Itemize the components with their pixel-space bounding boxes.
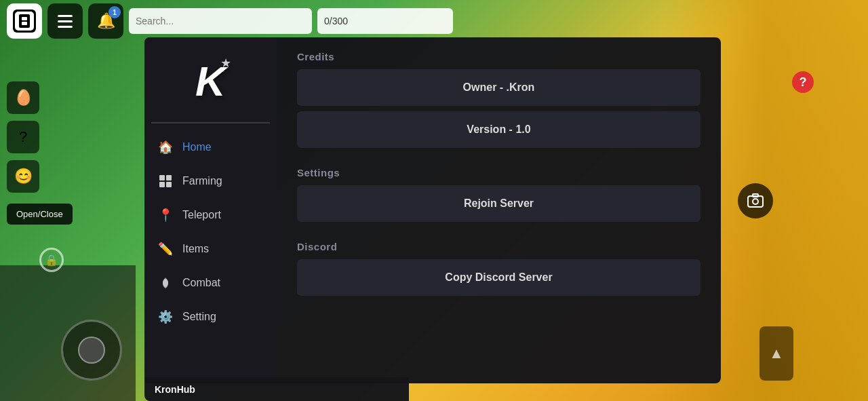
sidebar-label-combat: Combat xyxy=(182,277,220,289)
version-button[interactable]: Version - 1.0 xyxy=(297,111,701,148)
credits-title: Credits xyxy=(297,51,701,62)
svg-rect-8 xyxy=(166,175,172,180)
roblox-logo-icon xyxy=(13,9,36,33)
sidebar-label-farming: Farming xyxy=(182,175,222,187)
joystick[interactable] xyxy=(61,320,122,381)
svg-rect-7 xyxy=(159,175,165,180)
notification-badge: 1 xyxy=(108,6,121,18)
top-bar: 🔔 1 0/300 xyxy=(0,0,868,42)
title-bar: 0/300 xyxy=(317,8,453,34)
discord-title: Discord xyxy=(297,241,701,252)
logo-area: ★ K xyxy=(144,47,277,122)
sidebar-label-items: Items xyxy=(182,243,209,255)
owner-button[interactable]: Owner - .Kron xyxy=(297,69,701,106)
sidebar-divider xyxy=(151,122,270,123)
sidebar-label-teleport: Teleport xyxy=(182,209,221,221)
home-icon: 🏠 xyxy=(158,140,173,155)
copy-discord-button[interactable]: Copy Discord Server xyxy=(297,259,701,296)
lock-icon[interactable]: 🔒 xyxy=(39,248,64,272)
combat-icon xyxy=(158,275,173,290)
joystick-outer xyxy=(61,320,122,381)
sidebar-item-home[interactable]: 🏠 Home xyxy=(144,130,277,164)
search-bar xyxy=(129,8,312,34)
screenshot-button[interactable] xyxy=(738,183,773,218)
lock-icon-container: 🔒 xyxy=(39,248,64,272)
svg-rect-2 xyxy=(22,17,27,20)
settings-section: Settings Rejoin Server xyxy=(297,167,701,227)
notification-button[interactable]: 🔔 1 xyxy=(88,3,123,39)
up-arrow-icon: ▲ xyxy=(769,345,784,362)
egg-icon-btn[interactable]: 🥚 xyxy=(7,81,39,114)
svg-rect-10 xyxy=(166,182,172,187)
farming-icon xyxy=(158,174,173,189)
settings-title: Settings xyxy=(297,167,701,178)
k-logo: ★ K xyxy=(184,54,238,109)
question-icon-btn[interactable]: ? xyxy=(7,121,39,153)
bottom-bar: KronHub xyxy=(144,377,409,401)
kronhub-title: KronHub xyxy=(155,384,195,395)
items-icon: ✏️ xyxy=(158,242,173,256)
hamburger-icon xyxy=(58,15,73,28)
main-panel: ★ K 🏠 Home Farming 📍 Teleport xyxy=(144,37,721,383)
sidebar-label-home: Home xyxy=(182,141,212,153)
star-icon: ★ xyxy=(220,56,231,71)
camera-icon xyxy=(747,192,764,210)
left-icons: 🥚 ? 😊 xyxy=(7,81,39,193)
smiley-icon-btn[interactable]: 😊 xyxy=(7,160,39,193)
rejoin-server-button[interactable]: Rejoin Server xyxy=(297,185,701,222)
open-close-button[interactable]: Open/Close xyxy=(7,204,73,225)
roblox-logo-button[interactable] xyxy=(7,3,42,39)
svg-rect-4 xyxy=(748,196,763,207)
svg-rect-3 xyxy=(22,22,27,25)
discord-section: Discord Copy Discord Server xyxy=(297,241,701,301)
svg-point-5 xyxy=(753,199,758,204)
svg-rect-9 xyxy=(159,182,165,187)
sidebar-item-items[interactable]: ✏️ Items xyxy=(144,232,277,266)
sidebar-item-teleport[interactable]: 📍 Teleport xyxy=(144,198,277,232)
count-label: 0/300 xyxy=(324,16,348,26)
help-icon[interactable]: ? xyxy=(792,71,814,93)
sidebar-item-farming[interactable]: Farming xyxy=(144,164,277,198)
sidebar-item-combat[interactable]: Combat xyxy=(144,266,277,300)
svg-point-11 xyxy=(163,279,168,287)
sidebar-label-setting: Setting xyxy=(182,311,216,323)
sidebar-item-setting[interactable]: ⚙️ Setting xyxy=(144,300,277,334)
sidebar: ★ K 🏠 Home Farming 📍 Teleport xyxy=(144,37,277,383)
teleport-icon: 📍 xyxy=(158,208,173,223)
joystick-inner xyxy=(78,337,105,364)
up-arrow-button[interactable]: ▲ xyxy=(760,326,793,381)
svg-rect-1 xyxy=(19,14,30,28)
setting-icon: ⚙️ xyxy=(158,309,173,324)
menu-button[interactable] xyxy=(47,3,83,39)
content-area: Credits Owner - .Kron Version - 1.0 Sett… xyxy=(277,37,721,383)
credits-section: Credits Owner - .Kron Version - 1.0 xyxy=(297,51,701,153)
search-input[interactable] xyxy=(136,16,305,26)
